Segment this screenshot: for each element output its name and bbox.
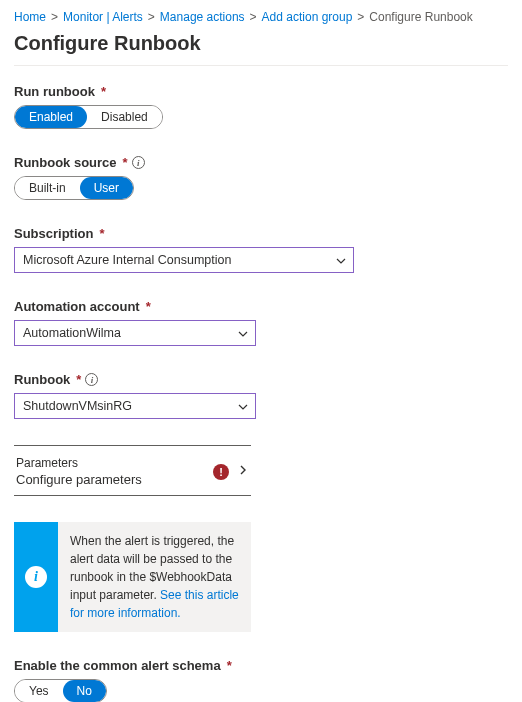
subscription-select[interactable]: Microsoft Azure Internal Consumption <box>14 247 354 273</box>
label-text: Runbook <box>14 372 70 387</box>
chevron-right-icon: > <box>51 10 58 24</box>
breadcrumb-manage-actions[interactable]: Manage actions <box>160 10 245 24</box>
runbook-source-toggle[interactable]: Built-in User <box>14 176 134 200</box>
chevron-right-icon: > <box>148 10 155 24</box>
info-icon: i <box>25 566 47 588</box>
run-runbook-label: Run runbook * <box>14 84 508 99</box>
required-indicator: * <box>227 658 232 673</box>
label-text: Run runbook <box>14 84 95 99</box>
required-indicator: * <box>99 226 104 241</box>
subscription-label: Subscription * <box>14 226 508 241</box>
chevron-right-icon: > <box>250 10 257 24</box>
common-schema-label: Enable the common alert schema * <box>14 658 508 673</box>
field-runbook-source: Runbook source * i Built-in User <box>14 155 508 200</box>
field-common-schema: Enable the common alert schema * Yes No <box>14 658 508 702</box>
info-icon[interactable]: i <box>132 156 145 169</box>
breadcrumb-monitor-alerts[interactable]: Monitor | Alerts <box>63 10 143 24</box>
automation-account-value: AutomationWilma <box>23 326 121 340</box>
toggle-no[interactable]: No <box>63 680 106 702</box>
breadcrumb-add-action-group[interactable]: Add action group <box>262 10 353 24</box>
automation-account-select[interactable]: AutomationWilma <box>14 320 256 346</box>
run-runbook-toggle[interactable]: Enabled Disabled <box>14 105 163 129</box>
field-run-runbook: Run runbook * Enabled Disabled <box>14 84 508 129</box>
field-automation-account: Automation account * AutomationWilma <box>14 299 508 346</box>
runbook-source-label: Runbook source * i <box>14 155 508 170</box>
field-subscription: Subscription * Microsoft Azure Internal … <box>14 226 508 273</box>
runbook-label: Runbook * i <box>14 372 508 387</box>
info-icon[interactable]: i <box>85 373 98 386</box>
toggle-enabled[interactable]: Enabled <box>15 106 87 128</box>
required-indicator: * <box>123 155 128 170</box>
label-text: Runbook source <box>14 155 117 170</box>
label-text: Automation account <box>14 299 140 314</box>
required-indicator: * <box>76 372 81 387</box>
chevron-right-icon <box>237 464 249 479</box>
subscription-value: Microsoft Azure Internal Consumption <box>23 253 231 267</box>
info-banner-icon-area: i <box>14 522 58 632</box>
parameters-sublabel: Configure parameters <box>16 472 142 487</box>
breadcrumb-current: Configure Runbook <box>369 10 472 24</box>
breadcrumb-home[interactable]: Home <box>14 10 46 24</box>
toggle-builtin[interactable]: Built-in <box>15 177 80 199</box>
info-banner: i When the alert is triggered, the alert… <box>14 522 251 632</box>
runbook-value: ShutdownVMsinRG <box>23 399 132 413</box>
divider <box>14 65 508 66</box>
breadcrumb: Home > Monitor | Alerts > Manage actions… <box>14 10 508 24</box>
runbook-select[interactable]: ShutdownVMsinRG <box>14 393 256 419</box>
chevron-down-icon <box>335 255 345 265</box>
toggle-yes[interactable]: Yes <box>15 680 63 702</box>
chevron-down-icon <box>237 401 247 411</box>
label-text: Enable the common alert schema <box>14 658 221 673</box>
divider <box>14 445 251 446</box>
toggle-disabled[interactable]: Disabled <box>87 106 162 128</box>
automation-account-label: Automation account * <box>14 299 508 314</box>
required-indicator: * <box>146 299 151 314</box>
common-schema-toggle[interactable]: Yes No <box>14 679 107 702</box>
toggle-user[interactable]: User <box>80 177 133 199</box>
chevron-right-icon: > <box>357 10 364 24</box>
info-banner-text: When the alert is triggered, the alert d… <box>58 522 251 632</box>
parameters-label: Parameters <box>16 456 142 470</box>
error-icon: ! <box>213 464 229 480</box>
chevron-down-icon <box>237 328 247 338</box>
page-title: Configure Runbook <box>14 32 508 55</box>
parameters-section[interactable]: Parameters Configure parameters ! <box>14 450 251 496</box>
label-text: Subscription <box>14 226 93 241</box>
field-runbook: Runbook * i ShutdownVMsinRG <box>14 372 508 419</box>
required-indicator: * <box>101 84 106 99</box>
